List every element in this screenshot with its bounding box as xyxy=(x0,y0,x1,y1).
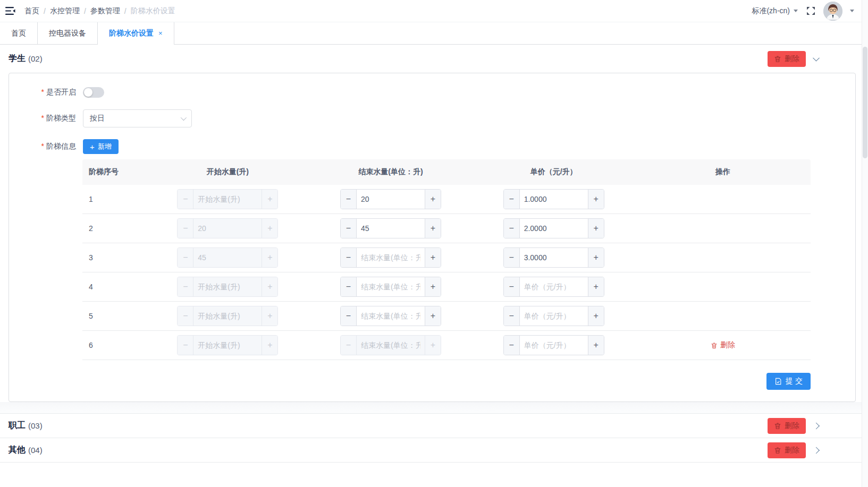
language-selector[interactable]: 标准(zh-cn) xyxy=(752,6,798,16)
decrement-button[interactable]: − xyxy=(341,219,357,238)
delete-section-button[interactable]: 删除 xyxy=(768,51,806,67)
end-volume-input[interactable] xyxy=(357,190,425,209)
trash-icon xyxy=(774,55,781,63)
user-avatar[interactable] xyxy=(823,2,842,21)
breadcrumb-home[interactable]: 首页 xyxy=(24,6,39,16)
row-delete-link[interactable]: 删除 xyxy=(711,340,735,350)
col-header-end: 结束水量(单位：升) xyxy=(309,167,473,177)
stepper-start: − + xyxy=(177,335,278,355)
decrement-button[interactable]: − xyxy=(341,248,357,267)
decrement-button[interactable]: − xyxy=(504,248,520,267)
collapse-chevron-down-icon[interactable] xyxy=(813,54,820,61)
tab-home[interactable]: 首页 xyxy=(0,22,38,44)
unit-price-input[interactable] xyxy=(520,248,588,267)
end-volume-input[interactable] xyxy=(357,219,425,238)
plus-icon: + xyxy=(90,143,95,151)
row-seq: 2 xyxy=(82,224,146,233)
end-volume-input[interactable] xyxy=(357,306,425,326)
breadcrumb-parameter-mgmt[interactable]: 参数管理 xyxy=(90,6,120,16)
chevron-down-icon xyxy=(794,10,798,12)
close-tab-icon[interactable]: × xyxy=(158,29,163,37)
table-row: 1 − + − + − + xyxy=(82,185,811,214)
increment-button[interactable]: + xyxy=(588,190,604,209)
breadcrumb-current: 阶梯水价设置 xyxy=(131,6,175,16)
expand-chevron-right-icon[interactable] xyxy=(813,447,820,454)
add-tier-button[interactable]: + 新增 xyxy=(83,139,119,154)
save-doc-icon xyxy=(774,378,782,385)
section-code: (02) xyxy=(28,54,43,63)
increment-button[interactable]: + xyxy=(588,336,604,355)
decrement-button[interactable]: − xyxy=(341,190,357,209)
section-header-other[interactable]: 其他 (04) 删除 xyxy=(0,438,868,463)
required-asterisk: * xyxy=(41,88,44,96)
decrement-button[interactable]: − xyxy=(504,190,520,209)
delete-section-button[interactable]: 删除 xyxy=(768,442,806,458)
decrement-button: − xyxy=(178,190,193,209)
end-volume-input xyxy=(357,336,425,355)
increment-button[interactable]: + xyxy=(588,248,604,267)
decrement-button[interactable]: − xyxy=(504,219,520,238)
tier-type-value: 按日 xyxy=(90,114,105,123)
tier-table-body: 1 − + − + − + 2 − + − + xyxy=(82,185,811,360)
increment-button[interactable]: + xyxy=(425,219,441,238)
tab-power-devices[interactable]: 控电器设备 xyxy=(38,22,98,44)
submit-button[interactable]: 提 交 xyxy=(766,373,811,390)
decrement-button: − xyxy=(178,277,193,296)
col-header-price: 单价（元/升） xyxy=(472,167,635,177)
col-header-seq: 阶梯序号 xyxy=(82,167,146,177)
start-volume-input xyxy=(193,336,262,355)
decrement-button: − xyxy=(178,336,193,355)
language-label: 标准(zh-cn) xyxy=(752,6,790,16)
section-header-staff[interactable]: 职工 (03) 删除 xyxy=(0,414,868,438)
section-title: 其他 xyxy=(9,445,26,456)
decrement-button[interactable]: − xyxy=(504,336,520,355)
account-menu-chevron-icon[interactable] xyxy=(850,10,854,12)
end-volume-input[interactable] xyxy=(357,248,425,267)
tab-tiered-water-price[interactable]: 阶梯水价设置 × xyxy=(98,22,174,44)
chevron-down-icon xyxy=(181,115,187,121)
stepper-end: − + xyxy=(340,218,441,238)
breadcrumb: 首页 / 水控管理 / 参数管理 / 阶梯水价设置 xyxy=(24,6,175,16)
vertical-scrollbar[interactable] xyxy=(862,0,868,487)
tier-info-label: 阶梯信息 xyxy=(46,142,76,150)
increment-button[interactable]: + xyxy=(425,277,441,296)
breadcrumb-water-control[interactable]: 水控管理 xyxy=(50,6,80,16)
unit-price-input[interactable] xyxy=(520,219,588,238)
tier-table: 阶梯序号 开始水量(升) 结束水量(单位：升) 单价（元/升） 操作 1 − +… xyxy=(82,159,811,360)
col-header-start: 开始水量(升) xyxy=(146,167,309,177)
stepper-end: − + xyxy=(340,306,441,326)
increment-button[interactable]: + xyxy=(425,248,441,267)
decrement-button[interactable]: − xyxy=(504,277,520,296)
increment-button[interactable]: + xyxy=(588,306,604,326)
stepper-start: − + xyxy=(177,277,278,297)
unit-price-input[interactable] xyxy=(520,336,588,355)
increment-button[interactable]: + xyxy=(425,306,441,326)
section-code: (04) xyxy=(28,446,43,455)
delete-section-button[interactable]: 删除 xyxy=(768,418,806,434)
increment-button: + xyxy=(262,277,277,296)
sidebar-collapse-icon[interactable] xyxy=(5,6,16,16)
increment-button[interactable]: + xyxy=(588,277,604,296)
col-header-action: 操作 xyxy=(635,167,811,177)
decrement-button[interactable]: − xyxy=(341,277,357,296)
table-row: 6 − + − + − + 删除 xyxy=(82,331,811,360)
expand-chevron-right-icon[interactable] xyxy=(813,422,820,429)
increment-button: + xyxy=(262,190,277,209)
fullscreen-icon[interactable] xyxy=(805,6,816,16)
increment-button[interactable]: + xyxy=(588,219,604,238)
decrement-button[interactable]: − xyxy=(504,306,520,326)
enable-toggle[interactable] xyxy=(83,87,104,98)
unit-price-input[interactable] xyxy=(520,190,588,209)
increment-button[interactable]: + xyxy=(425,190,441,209)
end-volume-input[interactable] xyxy=(357,277,425,296)
stepper-price: − + xyxy=(503,335,604,355)
start-volume-input xyxy=(193,277,262,296)
unit-price-input[interactable] xyxy=(520,306,588,326)
tier-type-select[interactable]: 按日 xyxy=(83,109,192,127)
unit-price-input[interactable] xyxy=(520,277,588,296)
scrollbar-thumb[interactable] xyxy=(863,47,867,158)
open-page-tabs: 首页 控电器设备 阶梯水价设置 × xyxy=(0,22,868,45)
decrement-button[interactable]: − xyxy=(341,306,357,326)
stepper-start: − + xyxy=(177,189,278,209)
row-seq: 5 xyxy=(82,312,146,320)
